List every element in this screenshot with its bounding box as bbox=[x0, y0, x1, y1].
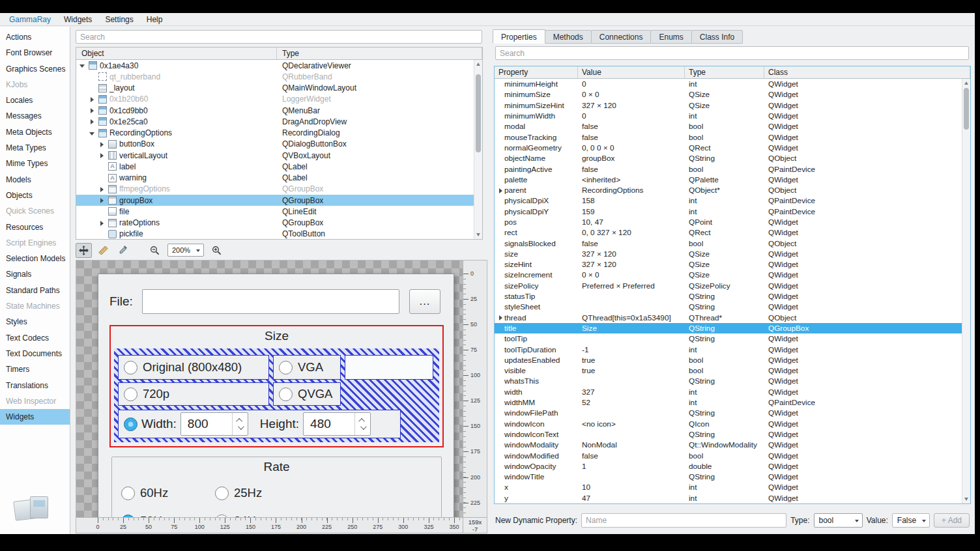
radio-icon[interactable] bbox=[279, 361, 293, 374]
radio-60hz[interactable]: 60Hz bbox=[121, 486, 168, 500]
property-row-tooltip[interactable]: toolTipQStringQWidget bbox=[495, 333, 970, 344]
tab-enums[interactable]: Enums bbox=[650, 30, 691, 44]
property-row-size[interactable]: size327 × 120QSizeQWidget bbox=[495, 249, 970, 259]
object-search-input[interactable] bbox=[76, 30, 482, 44]
property-row-windowtitle[interactable]: windowTitleQStringQWidget bbox=[495, 472, 970, 482]
add-property-button[interactable]: + Add bbox=[934, 513, 970, 528]
property-search-input[interactable] bbox=[495, 46, 969, 60]
property-row-statustip[interactable]: statusTipQStringQWidget bbox=[495, 291, 970, 302]
tree-row-layout[interactable]: _layoutQMainWindowLayout bbox=[76, 83, 482, 94]
sidebar-item-messages[interactable]: Messages bbox=[0, 108, 70, 124]
expander-icon[interactable] bbox=[497, 314, 504, 321]
sidebar-item-quick-scenes[interactable]: Quick Scenes bbox=[0, 203, 70, 219]
tree-row-0x1e25ca0[interactable]: 0x1e25ca0DragAndDropView bbox=[76, 116, 482, 127]
column-header-type[interactable]: Type bbox=[685, 66, 764, 78]
radio-qvga[interactable]: QVGA bbox=[273, 382, 341, 406]
object-tree-scrollbar[interactable] bbox=[474, 60, 482, 239]
radio-icon[interactable] bbox=[215, 487, 229, 500]
expander-icon[interactable] bbox=[89, 130, 96, 137]
sidebar-item-mime-types[interactable]: Mime Types bbox=[0, 156, 70, 171]
radio-custom-size[interactable] bbox=[124, 417, 137, 431]
sidebar-item-locales[interactable]: Locales bbox=[0, 92, 70, 108]
tab-connections[interactable]: Connections bbox=[591, 30, 652, 44]
property-row-mousetracking[interactable]: mouseTrackingfalseboolQWidget bbox=[495, 132, 970, 142]
sidebar-item-script-engines[interactable]: Script Engines bbox=[0, 235, 70, 251]
property-row-minimumwidth[interactable]: minimumWidth0intQWidget bbox=[495, 111, 970, 121]
tree-row-label[interactable]: labelQLabel bbox=[76, 161, 482, 172]
expander-icon[interactable] bbox=[98, 219, 106, 227]
sidebar-item-graphics-scenes[interactable]: Graphics Scenes bbox=[0, 61, 70, 77]
radio-icon[interactable] bbox=[121, 487, 135, 500]
width-spinbox[interactable]: 800 bbox=[180, 412, 248, 436]
property-row-signalsblocked[interactable]: signalsBlockedfalseboolQObject bbox=[495, 238, 970, 248]
property-row-sizepolicy[interactable]: sizePolicyPreferred × PreferredQSizePoli… bbox=[495, 281, 970, 291]
column-header-object[interactable]: Object bbox=[76, 48, 277, 59]
property-row-minimumheight[interactable]: minimumHeight0intQWidget bbox=[495, 79, 970, 89]
expander-icon[interactable] bbox=[89, 118, 96, 125]
sidebar-item-meta-objects[interactable]: Meta Objects bbox=[0, 124, 70, 140]
menubar-item-gammaray[interactable]: GammaRay bbox=[3, 13, 57, 26]
sidebar-item-text-documents[interactable]: Text Documents bbox=[0, 346, 70, 361]
scroll-up-icon[interactable] bbox=[476, 63, 480, 66]
height-spinbox[interactable]: 480 bbox=[303, 412, 371, 436]
tree-row-0x1b20b60[interactable]: 0x1b20b60LoggerWidget bbox=[76, 94, 482, 105]
column-header-class[interactable]: Class bbox=[764, 66, 970, 78]
property-row-windowmodified[interactable]: windowModifiedfalseboolQWidget bbox=[495, 450, 970, 460]
property-row-stylesheet[interactable]: styleSheetQStringQWidget bbox=[495, 302, 970, 312]
column-header-property[interactable]: Property bbox=[495, 66, 578, 78]
property-row-sizeincrement[interactable]: sizeIncrement0 × 0QSizeQWidget bbox=[495, 270, 970, 280]
tree-row-groupbox[interactable]: groupBoxQGroupBox bbox=[76, 195, 482, 206]
radio-icon[interactable] bbox=[279, 388, 293, 401]
sidebar-item-state-machines[interactable]: State Machines bbox=[0, 298, 70, 314]
property-row-width[interactable]: width327intQWidget bbox=[495, 387, 970, 397]
menubar-item-widgets[interactable]: Widgets bbox=[57, 13, 98, 26]
property-row-windowmodality[interactable]: windowModalityNonModalQt::WindowModality… bbox=[495, 440, 970, 450]
property-row-updatesenabled[interactable]: updatesEnabledtrueboolQWidget bbox=[495, 355, 970, 365]
radio-25hz[interactable]: 25Hz bbox=[215, 486, 262, 500]
tab-properties[interactable]: Properties bbox=[493, 29, 545, 44]
property-row-windowfilepath[interactable]: windowFilePathQStringQWidget bbox=[495, 408, 970, 418]
sidebar-item-models[interactable]: Models bbox=[0, 172, 70, 188]
sidebar-item-translations[interactable]: Translations bbox=[0, 378, 70, 393]
zoom-level-select[interactable]: 200% bbox=[167, 244, 204, 257]
tree-row-pickfile[interactable]: pickfileQToolButton bbox=[76, 229, 482, 240]
sidebar-item-meta-types[interactable]: Meta Types bbox=[0, 140, 70, 156]
property-row-windowicon[interactable]: windowIcon<no icon>QIconQWidget bbox=[495, 419, 970, 429]
tree-row-warning[interactable]: warningQLabel bbox=[76, 173, 482, 184]
sidebar-item-standard-paths[interactable]: Standard Paths bbox=[0, 283, 70, 298]
scroll-down-icon[interactable] bbox=[476, 233, 480, 236]
tab-class-info[interactable]: Class Info bbox=[691, 30, 743, 44]
scroll-up-icon[interactable] bbox=[964, 81, 968, 85]
sidebar-item-kjobs[interactable]: KJobs bbox=[0, 77, 70, 92]
file-path-input[interactable] bbox=[142, 289, 399, 314]
dynamic-property-name-input[interactable] bbox=[581, 513, 786, 528]
sidebar-item-actions[interactable]: Actions bbox=[0, 29, 70, 45]
property-row-minimumsizehint[interactable]: minimumSizeHint327 × 120QSizeQWidget bbox=[495, 100, 970, 111]
property-row-windowicontext[interactable]: windowIconTextQStringQWidget bbox=[495, 429, 970, 440]
property-row-normalgeometry[interactable]: normalGeometry0, 0 0 × 0QRectQWidget bbox=[495, 143, 970, 153]
sidebar-item-web-inspector[interactable]: Web Inspector bbox=[0, 393, 70, 409]
property-row-palette[interactable]: palette<inherited>QPaletteQWidget bbox=[495, 175, 970, 185]
sidebar-item-widgets[interactable]: Widgets bbox=[0, 409, 70, 425]
value-select[interactable]: False bbox=[892, 513, 930, 528]
radio-icon[interactable] bbox=[124, 388, 137, 401]
property-row-x[interactable]: x10intQWidget bbox=[495, 482, 970, 492]
tab-methods[interactable]: Methods bbox=[545, 30, 592, 44]
move-preview-button[interactable] bbox=[76, 243, 92, 258]
zoom-in-button[interactable] bbox=[209, 243, 225, 258]
sidebar-item-timers[interactable]: Timers bbox=[0, 361, 70, 377]
spin-down-icon[interactable] bbox=[360, 423, 367, 430]
scroll-down-icon[interactable] bbox=[964, 498, 968, 501]
expander-icon[interactable] bbox=[497, 187, 504, 194]
expander-icon[interactable] bbox=[98, 141, 106, 148]
radio-icon[interactable] bbox=[124, 361, 137, 374]
expander-icon[interactable] bbox=[79, 62, 86, 69]
sidebar-item-signals[interactable]: Signals bbox=[0, 266, 70, 282]
measure-pixels-button[interactable] bbox=[95, 243, 111, 258]
scrollbar-thumb[interactable] bbox=[476, 74, 481, 152]
tree-row-0x1ae4a30[interactable]: 0x1ae4a30QDeclarativeViewer bbox=[76, 60, 482, 71]
property-row-visible[interactable]: visibletrueboolQWidget bbox=[495, 365, 970, 376]
property-row-thread[interactable]: threadQThread[this=0x1a53490]QThread*QOb… bbox=[495, 313, 970, 323]
properties-scrollbar[interactable] bbox=[962, 79, 970, 503]
menubar-item-settings[interactable]: Settings bbox=[98, 13, 139, 26]
